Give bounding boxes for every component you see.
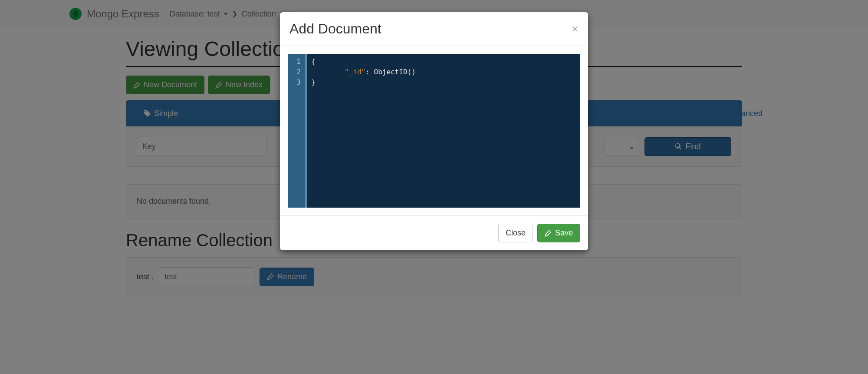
line-number: 1	[292, 56, 301, 67]
modal-overlay[interactable]: Add Document × 1 2 3 { "_id": ObjectID()…	[0, 0, 868, 305]
editor-gutter: 1 2 3	[288, 54, 305, 208]
modal-title: Add Document	[289, 21, 381, 37]
add-document-modal: Add Document × 1 2 3 { "_id": ObjectID()…	[280, 12, 588, 250]
line-number: 2	[292, 67, 301, 77]
editor-code[interactable]: { "_id": ObjectID() }	[305, 54, 580, 208]
modal-body: 1 2 3 { "_id": ObjectID() }	[280, 46, 588, 215]
pencil-icon	[545, 230, 552, 237]
json-editor[interactable]: 1 2 3 { "_id": ObjectID() }	[288, 54, 580, 208]
close-button[interactable]: Close	[498, 224, 533, 242]
close-icon[interactable]: ×	[572, 23, 579, 35]
modal-header: Add Document ×	[280, 12, 588, 46]
modal-footer: Close Save	[280, 215, 588, 250]
line-number: 3	[292, 77, 301, 88]
save-button[interactable]: Save	[537, 224, 580, 242]
